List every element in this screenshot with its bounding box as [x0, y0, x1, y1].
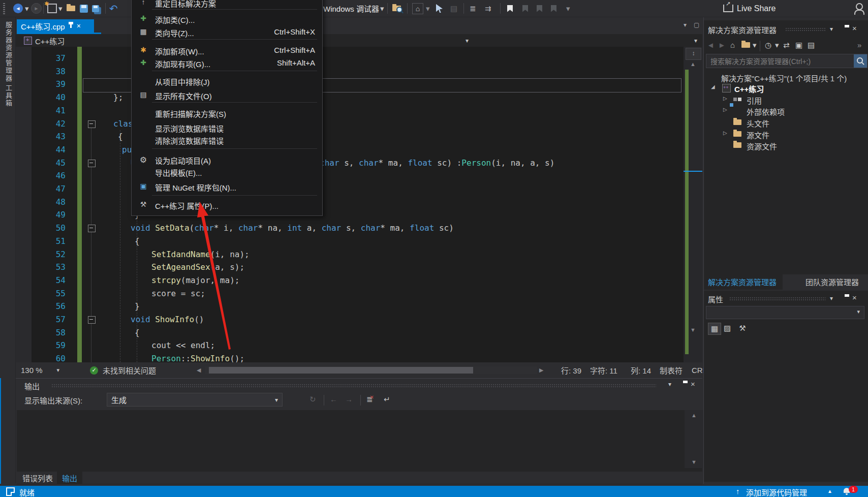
- fold-collapse-icon[interactable]: [88, 160, 96, 167]
- copy-disabled-icon[interactable]: ▤: [450, 0, 457, 17]
- navbar-project-dropdown[interactable]: C++练习: [35, 36, 65, 46]
- fold-collapse-icon[interactable]: [88, 225, 96, 232]
- debugger-dropdown-icon[interactable]: ▾: [380, 0, 384, 17]
- menu-item-重新扫描解决方案(S)[interactable]: 重新扫描解决方案(S): [132, 106, 322, 119]
- menu-item-显示所有文件(O)[interactable]: 显示所有文件(O): [132, 88, 322, 102]
- scroll-up-icon[interactable]: ▲: [685, 412, 703, 418]
- navigate-forward-icon[interactable]: ►: [31, 0, 42, 17]
- expander-collapsed-icon[interactable]: ▷: [723, 107, 727, 112]
- menu-item-类向导(Z)...[interactable]: 类向导(Z)...Ctrl+Shift+X: [132, 25, 322, 39]
- undo-icon[interactable]: ↶: [109, 0, 118, 17]
- solution-search-input[interactable]: 搜索解决方案资源管理器(Ctrl+;): [706, 54, 867, 68]
- toolbox-rail-tab[interactable]: 工具箱: [4, 84, 13, 107]
- tree-item-C++练习[interactable]: ◢C++练习: [704, 82, 868, 94]
- find-in-files-icon[interactable]: [392, 0, 401, 17]
- close-icon[interactable]: ×: [77, 22, 81, 30]
- tree-item-源文件[interactable]: ▷源文件: [704, 129, 868, 140]
- tree-item-头文件[interactable]: 头文件: [704, 117, 868, 128]
- panel-dropdown-icon[interactable]: ▾: [830, 295, 833, 302]
- home-icon[interactable]: ⌂: [412, 0, 423, 17]
- clear-all-icon[interactable]: ≣✕: [366, 392, 374, 406]
- next-message-icon[interactable]: →: [345, 392, 353, 406]
- split-window-handle[interactable]: ↕: [686, 48, 701, 60]
- panel-pin-icon[interactable]: [841, 296, 849, 304]
- tab-output[interactable]: 输出: [57, 472, 82, 484]
- save-all-icon[interactable]: [92, 0, 99, 17]
- editor-horizontal-scrollbar[interactable]: [205, 366, 537, 374]
- new-window-icon[interactable]: ▣: [795, 38, 802, 52]
- window-options-icon[interactable]: ▢: [694, 21, 699, 28]
- properties-object-combobox[interactable]: ▾: [706, 306, 864, 319]
- tab-team-explorer[interactable]: 团队资源管理器: [805, 276, 859, 287]
- menu-item-清除浏览数据库错误[interactable]: 清除浏览数据库错误: [132, 133, 322, 146]
- menu-item-添加现有项(G)...[interactable]: 添加现有项(G)...Shift+Alt+A: [132, 56, 322, 70]
- panel-pin-icon[interactable]: [841, 27, 849, 35]
- tree-item-解决方案"C++练习"(1 个项目/共 1 个)[interactable]: 解决方案"C++练习"(1 个项目/共 1 个): [704, 72, 868, 83]
- show-all-files-icon[interactable]: ▤: [808, 38, 815, 52]
- tab-solution-explorer[interactable]: 解决方案资源管理器: [704, 274, 783, 290]
- next-bookmark-icon[interactable]: [537, 0, 542, 17]
- panel-dropdown-icon[interactable]: ▾: [830, 25, 833, 33]
- menu-item-导出模板(E)...[interactable]: 导出模板(E)...: [132, 165, 322, 178]
- back-history-dropdown-icon[interactable]: ▾: [25, 0, 29, 17]
- expander-expanded-icon[interactable]: ◢: [711, 84, 715, 89]
- sync-with-active-document-icon[interactable]: ⇄: [783, 38, 790, 52]
- debugger-selector[interactable]: Windows 调试器: [323, 0, 379, 17]
- panel-dropdown-icon[interactable]: ▾: [668, 381, 671, 388]
- search-icon[interactable]: [854, 54, 867, 68]
- zoom-selector[interactable]: 130 % ▾: [21, 362, 59, 378]
- navbar-member-dropdown-icon[interactable]: ▾: [694, 37, 697, 44]
- pin-icon[interactable]: [70, 24, 72, 28]
- scroll-right-icon[interactable]: ▶: [539, 362, 543, 378]
- toolbar-overflow-icon[interactable]: »: [857, 38, 861, 52]
- tabs-mode-indicator[interactable]: 制表符: [660, 362, 683, 378]
- panel-close-icon[interactable]: ×: [691, 380, 695, 388]
- tree-item-引用[interactable]: ▷引用: [704, 94, 868, 105]
- live-share-button[interactable]: Live Share: [723, 0, 776, 17]
- new-item-dropdown-icon[interactable]: ▾: [58, 0, 63, 17]
- source-control-dropdown-icon[interactable]: ▲: [827, 488, 832, 494]
- expander-collapsed-icon[interactable]: ▷: [723, 130, 727, 136]
- expander-collapsed-icon[interactable]: ▷: [723, 96, 727, 101]
- add-to-source-control-button[interactable]: 添加到源代码管理: [746, 487, 807, 497]
- panel-close-icon[interactable]: ×: [852, 24, 857, 33]
- tree-item-资源文件[interactable]: 资源文件: [704, 140, 868, 151]
- editor-vertical-scrollbar[interactable]: ↕ ▲ ▼: [684, 47, 702, 362]
- tree-item-外部依赖项[interactable]: ▷外部依赖项: [704, 105, 868, 116]
- caret-line-indicator[interactable]: 行: 39: [561, 362, 581, 378]
- menu-item-从项目中排除(J)[interactable]: 从项目中排除(J): [132, 74, 322, 87]
- menu-item-添加类(C)...[interactable]: 添加类(C)...: [132, 12, 322, 25]
- menu-item-添加新项(W)...[interactable]: 添加新项(W)...Ctrl+Shift+A: [132, 44, 322, 57]
- property-pages-icon[interactable]: ⚒: [736, 323, 749, 334]
- panel-close-icon[interactable]: ×: [852, 293, 857, 302]
- fold-collapse-icon[interactable]: [88, 120, 96, 128]
- home-dropdown-icon[interactable]: ▾: [426, 0, 430, 17]
- back-icon[interactable]: ◄: [707, 38, 715, 52]
- switch-views-icon[interactable]: [741, 38, 750, 52]
- toggle-bookmark-icon[interactable]: [507, 0, 513, 17]
- scroll-left-icon[interactable]: ◀: [197, 362, 201, 378]
- filter-dropdown-icon[interactable]: ▾: [775, 38, 779, 52]
- pending-changes-filter-icon[interactable]: ◷: [765, 38, 771, 52]
- navbar-scope-dropdown-icon[interactable]: ▾: [466, 37, 469, 44]
- clear-bookmarks-icon[interactable]: [551, 0, 556, 17]
- menu-item-显示浏览数据库错误[interactable]: 显示浏览数据库错误: [132, 121, 322, 134]
- forward-icon[interactable]: ►: [718, 38, 726, 52]
- home-icon[interactable]: ⌂: [730, 38, 735, 52]
- pointer-mode-icon[interactable]: [436, 0, 443, 17]
- open-file-icon[interactable]: [67, 0, 75, 17]
- menu-item-管理 NuGet 程序包(N)...[interactable]: 管理 NuGet 程序包(N)...: [132, 180, 322, 193]
- fold-collapse-icon[interactable]: [88, 316, 96, 324]
- menu-item-设为启动项目(A)[interactable]: 设为启动项目(A): [132, 153, 322, 166]
- alphabetical-icon[interactable]: ▨: [721, 323, 733, 334]
- code-editor[interactable]: 37char38int39char40};4142class U43{44pub…: [16, 47, 684, 362]
- views-dropdown-icon[interactable]: ▾: [753, 38, 757, 52]
- prev-bookmark-icon[interactable]: [522, 0, 528, 17]
- scroll-down-icon[interactable]: ▼: [685, 459, 703, 465]
- sign-in-person-icon[interactable]: [856, 3, 863, 10]
- server-explorer-rail-tab[interactable]: 服务器资源管理器: [4, 21, 13, 82]
- menu-item-重定目标解决方案[interactable]: 重定目标解决方案: [132, 0, 322, 9]
- active-files-dropdown-icon[interactable]: ▾: [684, 21, 687, 28]
- caret-char-indicator[interactable]: 字符: 11: [590, 362, 617, 378]
- menu-item-C++练习 属性(P)...[interactable]: C++练习 属性(P)...: [132, 198, 322, 211]
